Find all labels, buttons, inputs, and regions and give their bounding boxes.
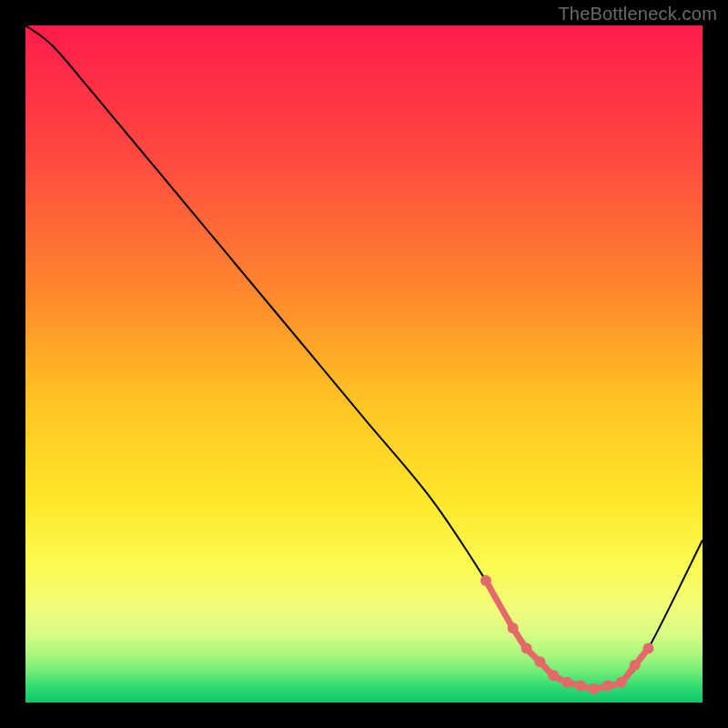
chart-svg bbox=[0, 0, 728, 728]
chart-stage: TheBottleneck.com bbox=[0, 0, 728, 728]
plot-background bbox=[25, 25, 703, 703]
watermark-label: TheBottleneck.com bbox=[558, 4, 717, 25]
